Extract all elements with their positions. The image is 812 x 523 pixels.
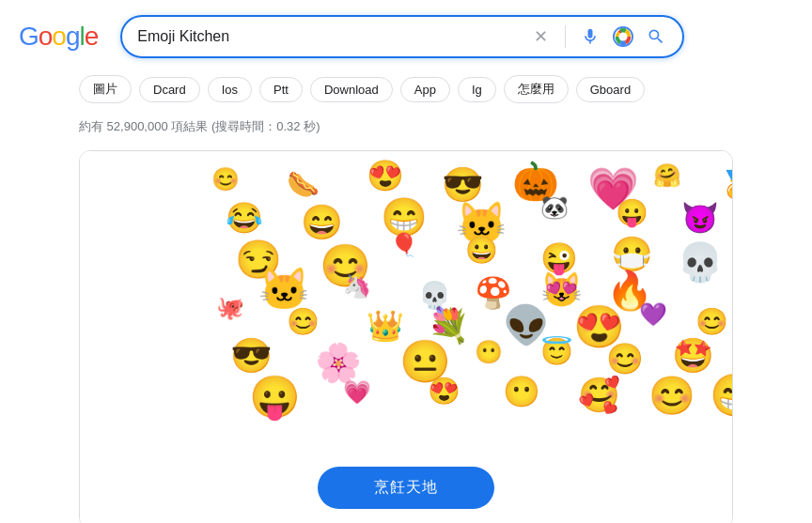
- chip-ptt[interactable]: Ptt: [259, 77, 303, 102]
- search-submit-button[interactable]: [645, 25, 667, 48]
- emoji-49: 😍: [428, 378, 461, 405]
- emoji-37: 😊: [695, 309, 728, 335]
- main-card: 😊🌭😍😎🎃💗🤗🏅😂😄😁🐱🐼😛😈😆😏😊🎈😀😜😷💀🐒🦄💀🍄😻🔥🐱🐙😊👑💐👽😍💜😊🍊😎…: [79, 150, 733, 523]
- emoji-2: 😍: [367, 161, 404, 191]
- search-box: Emoji Kitchen ✕: [120, 15, 684, 58]
- emoji-48: 💗: [343, 381, 371, 404]
- emoji-19: 😀: [465, 238, 498, 264]
- emoji-47: 😛: [249, 377, 301, 418]
- chip-gboard[interactable]: Gboard: [576, 77, 645, 102]
- google-logo[interactable]: Google: [19, 22, 98, 52]
- emoji-14: 😈: [681, 203, 719, 233]
- mic-icon: [581, 27, 600, 46]
- emoji-21: 😷: [611, 238, 653, 271]
- clear-button[interactable]: ✕: [529, 25, 552, 48]
- emoji-3: 😎: [442, 168, 484, 202]
- result-count: 約有 52,900,000 項結果 (搜尋時間：0.32 秒): [0, 111, 812, 143]
- chip-howto[interactable]: 怎麼用: [504, 75, 569, 103]
- emoji-51: 🥰: [578, 378, 620, 412]
- chip-ios[interactable]: Ios: [208, 77, 252, 102]
- emoji-29: 🐱: [258, 269, 310, 310]
- cta-area: 烹飪天地: [80, 452, 732, 523]
- emoji-22: 💀: [677, 243, 724, 281]
- lens-button[interactable]: [611, 24, 635, 49]
- emoji-0: 😊: [211, 168, 240, 191]
- cta-button[interactable]: 烹飪天地: [318, 467, 494, 509]
- chip-app[interactable]: App: [400, 77, 450, 102]
- chip-ig[interactable]: Ig: [458, 77, 496, 102]
- emoji-36: 💜: [639, 303, 667, 326]
- emoji-9: 😄: [301, 206, 343, 239]
- emoji-30: 🐙: [216, 297, 244, 319]
- emoji-25: 💀: [418, 283, 451, 309]
- chip-dcard[interactable]: Dcard: [139, 77, 200, 102]
- emoji-20: 😜: [540, 243, 578, 273]
- emoji-collage: 😊🌭😍😎🎃💗🤗🏅😂😄😁🐱🐼😛😈😆😏😊🎈😀😜😷💀🐒🦄💀🍄😻🔥🐱🐙😊👑💐👽😍💜😊🍊😎…: [80, 151, 732, 452]
- divider: [565, 25, 566, 48]
- emoji-42: 😶: [475, 341, 503, 363]
- emoji-10: 😁: [381, 198, 428, 236]
- emoji-32: 👑: [367, 311, 404, 341]
- emoji-50: 😶: [503, 377, 540, 407]
- emoji-27: 😻: [540, 273, 583, 307]
- emoji-31: 😊: [287, 309, 320, 335]
- emoji-45: 🤩: [672, 339, 714, 373]
- emoji-52: 😊: [648, 377, 695, 414]
- emoji-6: 🤗: [653, 164, 681, 187]
- emoji-13: 😛: [616, 200, 648, 226]
- svg-point-1: [619, 32, 628, 40]
- emoji-12: 🐼: [540, 196, 569, 219]
- search-input[interactable]: Emoji Kitchen: [137, 28, 529, 45]
- chip-download[interactable]: Download: [310, 77, 393, 102]
- search-icon: [647, 27, 665, 46]
- emoji-53: 😁: [710, 375, 732, 416]
- emoji-18: 🎈: [390, 234, 418, 256]
- header: Google Emoji Kitchen ✕: [0, 0, 812, 68]
- voice-search-button[interactable]: [579, 25, 601, 48]
- emoji-40: 🌸: [315, 344, 362, 381]
- emoji-39: 😎: [230, 339, 273, 373]
- chip-images[interactable]: 圖片: [79, 75, 132, 103]
- emoji-24: 🦄: [343, 275, 371, 298]
- emoji-1: 🌭: [287, 172, 320, 198]
- emoji-44: 😊: [606, 344, 644, 374]
- emoji-43: 😇: [540, 339, 573, 365]
- close-icon: ✕: [531, 27, 550, 46]
- chips-row: 圖片 Dcard Ios Ptt Download App Ig 怎麼用 Gbo…: [0, 68, 812, 111]
- lens-icon: [613, 26, 633, 47]
- search-icons: ✕: [529, 24, 667, 49]
- emoji-8: 😂: [226, 203, 263, 233]
- emoji-7: 🏅: [719, 172, 732, 198]
